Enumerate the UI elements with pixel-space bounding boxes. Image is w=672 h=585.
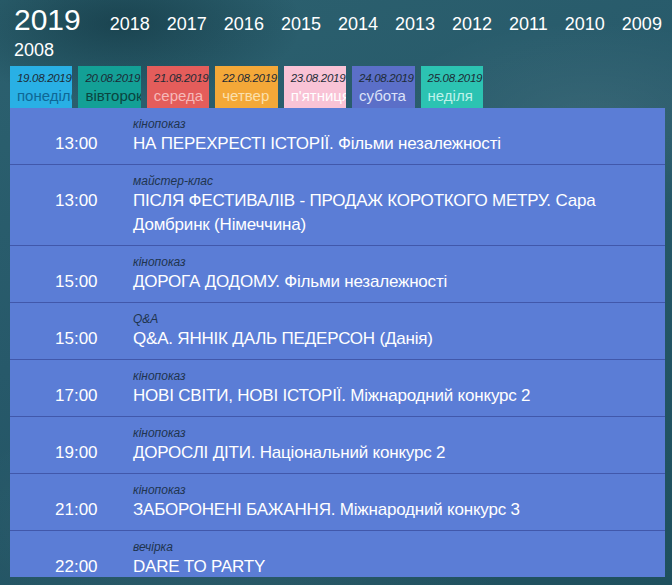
event-time: 15:00 xyxy=(10,327,133,351)
event-time: 17:00 xyxy=(10,384,133,408)
tab-day-label: понеділок xyxy=(17,87,72,105)
event-category: майстер-клас xyxy=(133,173,649,189)
schedule-panel: 13:00 кінопоказ НА ПЕРЕХРЕСТІ ІСТОРІЇ. Ф… xyxy=(10,108,665,577)
schedule-row[interactable]: 15:00 Q&A Q&A. ЯННІК ДАЛЬ ПЕДЕРСОН (Дані… xyxy=(10,303,665,360)
event-time: 15:00 xyxy=(10,270,133,294)
tab-date-label: 25.08.2019 xyxy=(428,71,483,86)
year-item-2010[interactable]: 2010 xyxy=(565,11,605,37)
year-item-2009[interactable]: 2009 xyxy=(622,11,662,37)
event-info: вечірка DARE TO PARTY xyxy=(133,539,649,577)
tab-day-label: вівторок xyxy=(85,87,140,105)
event-category: кінопоказ xyxy=(133,425,649,441)
schedule-row[interactable]: 17:00 кінопоказ НОВІ СВІТИ, НОВІ ІСТОРІЇ… xyxy=(10,360,665,417)
year-item-2015[interactable]: 2015 xyxy=(281,11,321,37)
event-info: кінопоказ ДОРОГА ДОДОМУ. Фільми незалежн… xyxy=(133,254,649,294)
schedule-row[interactable]: 22:00 вечірка DARE TO PARTY xyxy=(10,531,665,577)
date-tab-24.08.2019[interactable]: 24.08.2019 субота xyxy=(352,66,414,108)
tab-day-label: неділя xyxy=(428,87,483,105)
tab-date-label: 21.08.2019 xyxy=(154,71,209,86)
event-category: кінопоказ xyxy=(133,254,649,270)
year-item-2008[interactable]: 2008 xyxy=(14,37,54,63)
tab-date-label: 19.08.2019 xyxy=(17,71,72,86)
date-tab-20.08.2019[interactable]: 20.08.2019 вівторок xyxy=(78,66,140,108)
event-title: НОВІ СВІТИ, НОВІ ІСТОРІЇ. Міжнародний ко… xyxy=(133,384,649,408)
event-time: 21:00 xyxy=(10,498,133,522)
event-title: ДОРОСЛІ ДІТИ. Національний конкурс 2 xyxy=(133,441,649,465)
event-info: майстер-клас ПІСЛЯ ФЕСТИВАЛІВ - ПРОДАЖ К… xyxy=(133,173,649,237)
festival-schedule-page: 2019201820172016201520142013201220112010… xyxy=(0,0,672,585)
year-item-2017[interactable]: 2017 xyxy=(167,11,207,37)
date-tab-23.08.2019[interactable]: 23.08.2019 п'ятниця xyxy=(284,66,346,108)
schedule-row[interactable]: 19:00 кінопоказ ДОРОСЛІ ДІТИ. Національн… xyxy=(10,417,665,474)
tab-day-label: середа xyxy=(154,87,209,105)
event-title: ДОРОГА ДОДОМУ. Фільми незалежності xyxy=(133,270,649,294)
year-item-2012[interactable]: 2012 xyxy=(452,11,492,37)
event-title: НА ПЕРЕХРЕСТІ ІСТОРІЇ. Фільми незалежнос… xyxy=(133,132,649,156)
tab-date-label: 24.08.2019 xyxy=(359,71,414,86)
year-item-2018[interactable]: 2018 xyxy=(110,11,150,37)
date-tab-19.08.2019[interactable]: 19.08.2019 понеділок xyxy=(10,66,72,108)
event-title: ПІСЛЯ ФЕСТИВАЛІВ - ПРОДАЖ КОРОТКОГО МЕТР… xyxy=(133,189,649,237)
schedule-row[interactable]: 13:00 майстер-клас ПІСЛЯ ФЕСТИВАЛІВ - ПР… xyxy=(10,165,665,246)
tab-day-label: субота xyxy=(359,87,414,105)
event-title: Q&A. ЯННІК ДАЛЬ ПЕДЕРСОН (Данія) xyxy=(133,327,649,351)
schedule-row[interactable]: 13:00 кінопоказ НА ПЕРЕХРЕСТІ ІСТОРІЇ. Ф… xyxy=(10,108,665,165)
date-tab-21.08.2019[interactable]: 21.08.2019 середа xyxy=(147,66,209,108)
event-category: кінопоказ xyxy=(133,116,649,132)
year-item-2019[interactable]: 2019 xyxy=(14,3,81,37)
event-category: вечірка xyxy=(133,539,649,555)
event-title: DARE TO PARTY xyxy=(133,555,649,577)
tab-day-label: п'ятниця xyxy=(291,87,346,105)
event-time: 13:00 xyxy=(10,132,133,156)
event-info: кінопоказ ДОРОСЛІ ДІТИ. Національний кон… xyxy=(133,425,649,465)
event-info: кінопоказ НА ПЕРЕХРЕСТІ ІСТОРІЇ. Фільми … xyxy=(133,116,649,156)
event-time: 13:00 xyxy=(10,189,133,237)
year-item-2014[interactable]: 2014 xyxy=(338,11,378,37)
event-info: кінопоказ ЗАБОРОНЕНІ БАЖАННЯ. Міжнародни… xyxy=(133,482,649,522)
event-time: 22:00 xyxy=(10,555,133,577)
date-tab-22.08.2019[interactable]: 22.08.2019 четвер xyxy=(215,66,277,108)
event-category: кінопоказ xyxy=(133,482,649,498)
date-tabs: 19.08.2019 понеділок 20.08.2019 вівторок… xyxy=(10,66,483,108)
tab-day-label: четвер xyxy=(222,87,277,105)
schedule-row[interactable]: 21:00 кінопоказ ЗАБОРОНЕНІ БАЖАННЯ. Міжн… xyxy=(10,474,665,531)
event-category: кінопоказ xyxy=(133,368,649,384)
event-time: 19:00 xyxy=(10,441,133,465)
year-item-2016[interactable]: 2016 xyxy=(224,11,264,37)
event-info: Q&A Q&A. ЯННІК ДАЛЬ ПЕДЕРСОН (Данія) xyxy=(133,311,649,351)
event-info: кінопоказ НОВІ СВІТИ, НОВІ ІСТОРІЇ. Міжн… xyxy=(133,368,649,408)
event-title: ЗАБОРОНЕНІ БАЖАННЯ. Міжнародний конкурс … xyxy=(133,498,649,522)
year-selector: 2019201820172016201520142013201220112010… xyxy=(0,0,664,63)
event-category: Q&A xyxy=(133,311,649,327)
date-tab-25.08.2019[interactable]: 25.08.2019 неділя xyxy=(421,66,483,108)
tab-date-label: 23.08.2019 xyxy=(291,71,346,86)
tab-date-label: 22.08.2019 xyxy=(222,71,277,86)
year-item-2011[interactable]: 2011 xyxy=(509,11,548,37)
year-item-2013[interactable]: 2013 xyxy=(395,11,435,37)
tab-date-label: 20.08.2019 xyxy=(85,71,140,86)
schedule-row[interactable]: 15:00 кінопоказ ДОРОГА ДОДОМУ. Фільми не… xyxy=(10,246,665,303)
